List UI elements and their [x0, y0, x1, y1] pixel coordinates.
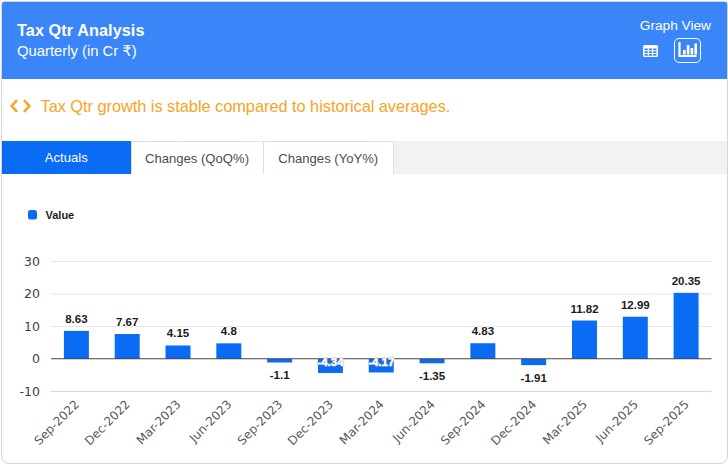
bar-Sep-2025[interactable] — [674, 293, 699, 359]
bar-Jun-2024[interactable] — [420, 359, 445, 363]
value-label: 4.8 — [221, 325, 238, 337]
value-label: 12.99 — [621, 299, 650, 311]
y-axis-label: 10 — [24, 319, 40, 334]
bar-Sep-2024[interactable] — [470, 343, 495, 359]
x-axis-label: Jun-2025 — [592, 397, 641, 446]
bar-Mar-2023[interactable] — [166, 345, 191, 358]
value-label: -4.17 — [368, 356, 394, 368]
bar-Dec-2022[interactable] — [115, 334, 140, 359]
value-label: 7.67 — [116, 316, 138, 328]
legend-label[interactable]: Value — [46, 209, 75, 221]
x-axis-label: Sep-2022 — [31, 397, 82, 448]
x-axis-label: Mar-2023 — [134, 397, 184, 447]
x-axis-label: Jun-2023 — [186, 397, 235, 446]
y-axis-label: -10 — [20, 384, 40, 399]
x-axis-label: Jun-2024 — [389, 397, 438, 446]
widget-card: Tax Qtr Analysis Quarterly (in Cr ₹) Gra… — [1, 1, 728, 464]
value-label: 11.82 — [570, 303, 598, 315]
chart-area: Value3020100-108.637.674.154.8-1.1-4.34-… — [2, 174, 727, 461]
value-label: -1.35 — [419, 370, 446, 382]
bar-Jun-2025[interactable] — [623, 317, 648, 359]
value-label: -1.91 — [521, 372, 548, 384]
x-axis-label: Mar-2024 — [337, 397, 387, 447]
bar-Sep-2023[interactable] — [267, 359, 292, 363]
bar-Sep-2022[interactable] — [64, 331, 89, 359]
bar-Jun-2023[interactable] — [216, 343, 241, 359]
value-label: 4.83 — [472, 325, 494, 337]
bar-Dec-2024[interactable] — [521, 359, 546, 365]
x-axis-label: Sep-2025 — [641, 397, 692, 448]
y-axis-label: 0 — [32, 351, 40, 366]
y-axis-label: 20 — [24, 286, 40, 301]
y-axis-label: 30 — [24, 254, 40, 269]
bar-chart: Value3020100-108.637.674.154.8-1.1-4.34-… — [1, 1, 728, 464]
value-label: 20.35 — [672, 275, 701, 287]
legend-marker — [28, 210, 37, 220]
value-label: 8.63 — [65, 313, 87, 325]
bar-Mar-2025[interactable] — [572, 321, 597, 359]
page: { "header": { "title": "Tax Qtr Analysis… — [0, 0, 728, 469]
value-label: -4.34 — [317, 356, 344, 368]
value-label: -1.1 — [270, 369, 290, 381]
x-axis-label: Dec-2023 — [285, 397, 336, 448]
x-axis-label: Dec-2024 — [488, 397, 539, 448]
x-axis-label: Sep-2024 — [438, 397, 489, 448]
value-label: 4.15 — [167, 327, 190, 339]
x-axis-label: Sep-2023 — [235, 397, 286, 448]
x-axis-label: Mar-2025 — [540, 397, 590, 447]
x-axis-label: Dec-2022 — [82, 397, 133, 448]
